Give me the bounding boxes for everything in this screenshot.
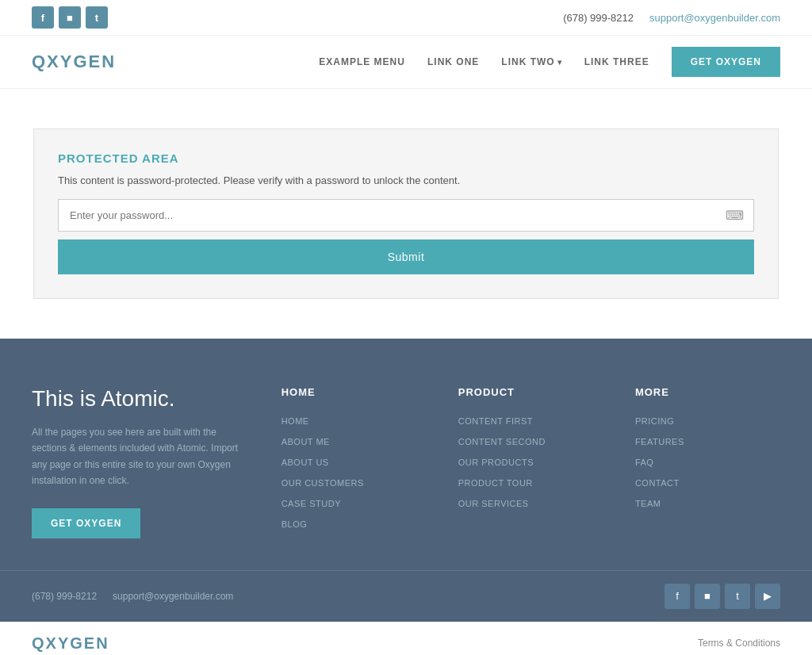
list-item: ABOUT US xyxy=(282,455,427,468)
footer-link-content-first[interactable]: CONTENT FIRST xyxy=(458,416,533,426)
top-bar-right: (678) 999-8212 support@oxygenbuilder.com xyxy=(563,12,780,24)
footer-social-icons: f ■ t ▶ xyxy=(665,584,780,609)
footer-link-our-products[interactable]: OUR PRODUCTS xyxy=(458,458,534,467)
footer-link-team[interactable]: TEAM xyxy=(635,499,661,508)
footer-link-contact[interactable]: CONTACT xyxy=(635,478,680,488)
facebook-icon[interactable]: f xyxy=(32,6,54,29)
password-row: ⌨ xyxy=(58,199,754,232)
list-item: OUR SERVICES xyxy=(458,496,603,509)
list-item: BLOG xyxy=(282,517,427,530)
list-item: FAQ xyxy=(635,455,780,468)
list-item: PRICING xyxy=(635,414,780,427)
keyboard-icon: ⌨ xyxy=(716,200,753,231)
instagram-icon[interactable]: ■ xyxy=(59,6,81,29)
footer-link-about-us[interactable]: ABOUT US xyxy=(282,458,329,467)
footer-brand-desc: All the pages you see here are built wit… xyxy=(32,424,250,489)
main-content: PROTECTED AREA This content is password-… xyxy=(0,89,812,339)
chevron-down-icon: ▾ xyxy=(557,58,562,67)
protected-description: This content is password-protected. Plea… xyxy=(58,174,754,186)
footer-link-our-customers[interactable]: OUR CUSTOMERS xyxy=(282,478,364,488)
list-item: HOME xyxy=(282,414,427,427)
footer-more-links: PRICING FEATURES FAQ CONTACT TEAM xyxy=(635,414,780,509)
footer-brand-title: This is Atomic. xyxy=(32,386,250,412)
top-social-icons: f ■ t xyxy=(32,6,108,29)
footer-link-product-tour[interactable]: PRODUCT TOUR xyxy=(458,478,533,488)
footer-email: support@oxygenbuilder.com xyxy=(113,591,233,602)
footer-bottom-left: (678) 999-8212 support@oxygenbuilder.com xyxy=(32,591,233,602)
footer-link-about-me[interactable]: ABOUT ME xyxy=(282,437,330,446)
footer-youtube-icon[interactable]: ▶ xyxy=(755,584,780,609)
footer-phone: (678) 999-8212 xyxy=(32,591,97,602)
logo: QXYGEN xyxy=(32,52,116,72)
footer: This is Atomic. All the pages you see he… xyxy=(0,339,812,570)
main-nav: EXAMPLE MENU LINK ONE LINK TWO ▾ LINK TH… xyxy=(319,47,780,77)
footer-link-content-second[interactable]: CONTENT SECOND xyxy=(458,437,546,446)
list-item: CONTENT FIRST xyxy=(458,414,603,427)
list-item: CONTENT SECOND xyxy=(458,435,603,447)
footer-twitter-icon[interactable]: t xyxy=(725,584,750,609)
footer-top: This is Atomic. All the pages you see he… xyxy=(32,386,780,570)
footer-link-features[interactable]: FEATURES xyxy=(635,437,684,446)
top-phone: (678) 999-8212 xyxy=(563,12,634,24)
nav-link-one[interactable]: LINK ONE xyxy=(427,56,479,67)
header: QXYGEN EXAMPLE MENU LINK ONE LINK TWO ▾ … xyxy=(0,36,812,89)
footer-col-product-title: PRODUCT xyxy=(458,386,603,398)
footer-col-product: PRODUCT CONTENT FIRST CONTENT SECOND OUR… xyxy=(458,386,603,538)
list-item: FEATURES xyxy=(635,435,780,447)
footer-link-our-services[interactable]: OUR SERVICES xyxy=(458,499,529,508)
footer-product-links: CONTENT FIRST CONTENT SECOND OUR PRODUCT… xyxy=(458,414,603,509)
footer-col-more: MORE PRICING FEATURES FAQ CONTACT TEAM xyxy=(635,386,780,538)
footer-link-case-study[interactable]: CASE STUDY xyxy=(282,499,341,508)
footer-col-home-title: HOME xyxy=(282,386,427,398)
list-item: CONTACT xyxy=(635,476,780,488)
list-item: CASE STUDY xyxy=(282,496,427,509)
footer-logo-bar: QXYGEN Terms & Conditions xyxy=(0,622,812,655)
submit-button[interactable]: Submit xyxy=(58,239,754,274)
footer-logo: QXYGEN xyxy=(32,634,109,653)
footer-facebook-icon[interactable]: f xyxy=(665,584,690,609)
protected-box: PROTECTED AREA This content is password-… xyxy=(33,128,779,299)
footer-instagram-icon[interactable]: ■ xyxy=(695,584,720,609)
footer-col-more-title: MORE xyxy=(635,386,780,398)
footer-link-faq[interactable]: FAQ xyxy=(635,458,654,467)
list-item: TEAM xyxy=(635,496,780,509)
password-input[interactable] xyxy=(59,200,716,231)
top-email[interactable]: support@oxygenbuilder.com xyxy=(649,12,780,24)
footer-brand: This is Atomic. All the pages you see he… xyxy=(32,386,250,538)
footer-col-home: HOME HOME ABOUT ME ABOUT US OUR CUSTOMER… xyxy=(282,386,427,538)
footer-terms[interactable]: Terms & Conditions xyxy=(698,638,780,649)
footer-cta-button[interactable]: GET OXYGEN xyxy=(32,508,140,538)
list-item: OUR CUSTOMERS xyxy=(282,476,427,488)
nav-example-menu[interactable]: EXAMPLE MENU xyxy=(319,56,405,67)
footer-link-home[interactable]: HOME xyxy=(282,416,309,426)
footer-home-links: HOME ABOUT ME ABOUT US OUR CUSTOMERS CAS… xyxy=(282,414,427,530)
list-item: ABOUT ME xyxy=(282,435,427,447)
list-item: OUR PRODUCTS xyxy=(458,455,603,468)
footer-bottom-bar: (678) 999-8212 support@oxygenbuilder.com… xyxy=(0,570,812,622)
footer-link-pricing[interactable]: PRICING xyxy=(635,416,674,426)
footer-link-blog[interactable]: BLOG xyxy=(282,519,308,529)
nav-link-two[interactable]: LINK TWO ▾ xyxy=(501,56,561,67)
nav-cta-button[interactable]: GET OXYGEN xyxy=(672,47,780,77)
nav-link-three[interactable]: LINK THREE xyxy=(584,56,649,67)
top-bar: f ■ t (678) 999-8212 support@oxygenbuild… xyxy=(0,0,812,36)
protected-title: PROTECTED AREA xyxy=(58,151,754,165)
twitter-icon[interactable]: t xyxy=(86,6,108,29)
list-item: PRODUCT TOUR xyxy=(458,476,603,488)
